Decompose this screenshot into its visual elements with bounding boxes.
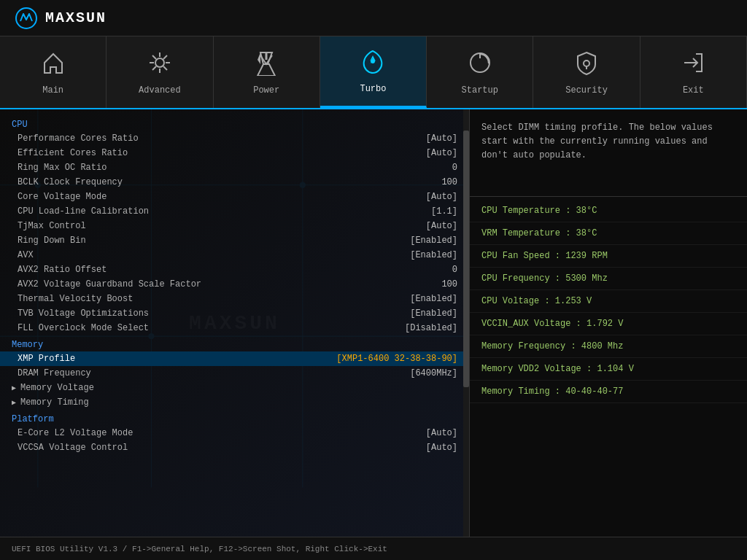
setting-name: Memory Timing bbox=[12, 397, 457, 408]
right-panel: Select DIMM timing profile. The below va… bbox=[470, 109, 747, 537]
setting-row[interactable]: AVX2 Ratio Offset0 bbox=[0, 262, 469, 277]
status-item: VCCIN_AUX Voltage : 1.792 V bbox=[470, 313, 747, 335]
section-header-platform: Platform bbox=[0, 410, 469, 426]
setting-row[interactable]: Efficient Cores Ratio[Auto] bbox=[0, 146, 469, 160]
scrollbar-thumb bbox=[463, 131, 469, 387]
turbo-nav-icon bbox=[360, 48, 386, 79]
svg-point-17 bbox=[584, 61, 589, 66]
main-nav-icon bbox=[40, 50, 66, 81]
startup-nav-icon bbox=[467, 50, 493, 81]
advanced-nav-icon bbox=[147, 50, 173, 81]
nav-item-power[interactable]: Power bbox=[214, 36, 320, 108]
setting-name: Ring Down Bin bbox=[18, 236, 410, 246]
setting-name: AVX2 Ratio Offset bbox=[18, 265, 452, 275]
header: MAXSUN bbox=[0, 0, 747, 36]
svg-marker-12 bbox=[258, 64, 275, 76]
svg-line-6 bbox=[152, 55, 156, 59]
setting-row[interactable]: CPU Load-line Calibration[1.1] bbox=[0, 204, 469, 219]
svg-line-9 bbox=[152, 66, 156, 70]
power-nav-icon bbox=[253, 50, 279, 81]
nav-item-security[interactable]: Security bbox=[533, 36, 640, 108]
setting-value: [Enabled] bbox=[410, 250, 457, 260]
setting-row[interactable]: VCCSA Voltage Control[Auto] bbox=[0, 440, 469, 455]
setting-value: 0 bbox=[452, 163, 457, 173]
setting-name: DRAM Frequency bbox=[18, 368, 410, 378]
setting-name: Efficient Cores Ratio bbox=[18, 148, 426, 158]
setting-row[interactable]: BCLK Clock Frequency100 bbox=[0, 175, 469, 190]
setting-row[interactable]: TVB Voltage Optimizations[Enabled] bbox=[0, 306, 469, 321]
setting-row[interactable]: Ring Max OC Ratio0 bbox=[0, 160, 469, 175]
status-item: CPU Temperature : 38°C bbox=[470, 200, 747, 222]
nav-item-main[interactable]: Main bbox=[0, 36, 107, 108]
exit-nav-icon bbox=[680, 50, 706, 81]
scrollbar[interactable] bbox=[463, 109, 469, 537]
main-nav-label: Main bbox=[42, 85, 63, 96]
advanced-nav-label: Advanced bbox=[139, 85, 181, 96]
content-area: MAXSUN CPUPerformance Cores Ratio[Auto]E… bbox=[0, 109, 747, 537]
navigation: Main Advanced Power Turbo Startup bbox=[0, 36, 747, 109]
nav-item-startup[interactable]: Startup bbox=[427, 36, 533, 108]
nav-item-advanced[interactable]: Advanced bbox=[107, 36, 213, 108]
setting-name: AVX2 Voltage Guardband Scale Factor bbox=[18, 279, 441, 289]
logo-area: MAXSUN bbox=[15, 7, 107, 30]
setting-name: XMP Profile bbox=[18, 354, 336, 364]
nav-item-exit[interactable]: Exit bbox=[640, 36, 747, 108]
security-nav-label: Security bbox=[565, 85, 608, 96]
svg-line-8 bbox=[163, 55, 167, 59]
startup-nav-label: Startup bbox=[462, 85, 498, 96]
setting-value: [Enabled] bbox=[410, 308, 457, 319]
setting-name: Core Voltage Mode bbox=[18, 192, 426, 202]
setting-value: 0 bbox=[452, 265, 457, 275]
exit-nav-label: Exit bbox=[683, 85, 704, 96]
setting-value: 100 bbox=[441, 279, 457, 289]
setting-row[interactable]: AVX2 Voltage Guardband Scale Factor100 bbox=[0, 277, 469, 292]
setting-value: [1.1] bbox=[431, 206, 457, 217]
section-header-cpu: CPU bbox=[0, 115, 469, 131]
setting-value: [Auto] bbox=[426, 133, 457, 144]
setting-row[interactable]: TjMax Control[Auto] bbox=[0, 219, 469, 233]
setting-row[interactable]: Memory Voltage bbox=[0, 381, 469, 395]
logo-text: MAXSUN bbox=[45, 9, 107, 26]
setting-name: CPU Load-line Calibration bbox=[18, 206, 431, 217]
setting-row[interactable]: XMP Profile[XMP1-6400 32-38-38-90] bbox=[0, 351, 469, 366]
setting-value: [XMP1-6400 32-38-38-90] bbox=[336, 354, 457, 364]
setting-name: Thermal Velocity Boost bbox=[18, 294, 410, 304]
bottom-bar-text: UEFI BIOS Utility V1.3 / F1->General Hel… bbox=[12, 545, 387, 553]
setting-value: [Enabled] bbox=[410, 236, 457, 246]
svg-line-7 bbox=[163, 66, 167, 70]
power-nav-label: Power bbox=[253, 85, 279, 96]
svg-marker-10 bbox=[258, 52, 260, 64]
setting-row[interactable]: AVX[Enabled] bbox=[0, 248, 469, 262]
setting-value: [Auto] bbox=[426, 428, 457, 438]
setting-name: BCLK Clock Frequency bbox=[18, 177, 441, 187]
settings-list[interactable]: CPUPerformance Cores Ratio[Auto]Efficien… bbox=[0, 109, 469, 537]
setting-value: [6400MHz] bbox=[410, 368, 457, 378]
status-list: CPU Temperature : 38°CVRM Temperature : … bbox=[470, 197, 747, 537]
status-item: VRM Temperature : 38°C bbox=[470, 222, 747, 245]
setting-row[interactable]: FLL Overclock Mode Select[Disabled] bbox=[0, 321, 469, 335]
setting-row[interactable]: E-Core L2 Voltage Mode[Auto] bbox=[0, 426, 469, 440]
setting-name: E-Core L2 Voltage Mode bbox=[18, 428, 426, 438]
status-item: Memory Timing : 40-40-40-77 bbox=[470, 381, 747, 403]
status-item: Memory Frequency : 4800 Mhz bbox=[470, 335, 747, 358]
description-box: Select DIMM timing profile. The below va… bbox=[470, 109, 747, 197]
setting-value: [Auto] bbox=[426, 221, 457, 231]
setting-name: TjMax Control bbox=[18, 221, 426, 231]
status-item: Memory VDD2 Voltage : 1.104 V bbox=[470, 358, 747, 381]
turbo-nav-label: Turbo bbox=[360, 84, 386, 94]
setting-value: [Auto] bbox=[426, 192, 457, 202]
setting-name: AVX bbox=[18, 250, 410, 260]
setting-row[interactable]: DRAM Frequency[6400MHz] bbox=[0, 366, 469, 381]
bottom-bar: UEFI BIOS Utility V1.3 / F1->General Hel… bbox=[0, 537, 747, 560]
setting-row[interactable]: Memory Timing bbox=[0, 395, 469, 410]
nav-item-turbo[interactable]: Turbo bbox=[320, 36, 427, 108]
setting-row[interactable]: Ring Down Bin[Enabled] bbox=[0, 233, 469, 248]
setting-name: TVB Voltage Optimizations bbox=[18, 308, 410, 319]
setting-name: FLL Overclock Mode Select bbox=[18, 323, 405, 333]
setting-row[interactable]: Performance Cores Ratio[Auto] bbox=[0, 131, 469, 146]
setting-value: [Auto] bbox=[426, 148, 457, 158]
maxsun-logo-icon bbox=[15, 7, 38, 30]
setting-row[interactable]: Thermal Velocity Boost[Enabled] bbox=[0, 292, 469, 306]
setting-row[interactable]: Core Voltage Mode[Auto] bbox=[0, 190, 469, 204]
status-item: CPU Frequency : 5300 Mhz bbox=[470, 268, 747, 290]
